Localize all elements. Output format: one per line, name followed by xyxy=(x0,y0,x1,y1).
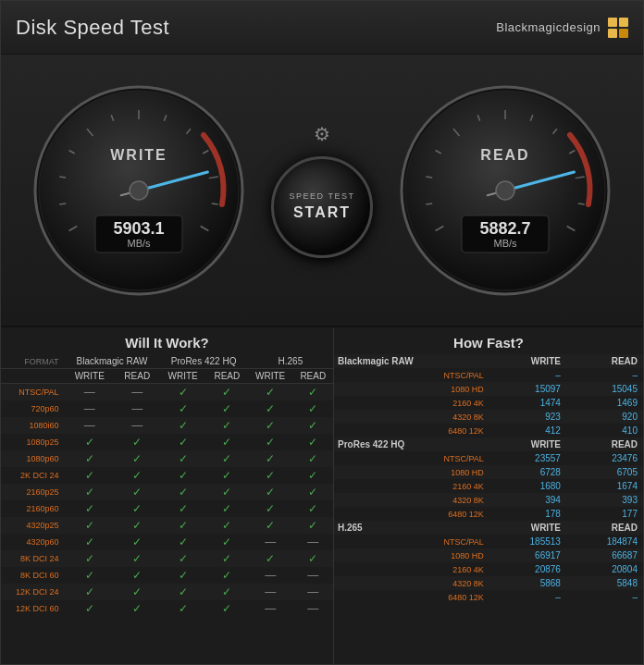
hf-format-label: 4320 8K xyxy=(334,493,489,507)
hf-format-label: 2160 4K xyxy=(334,396,489,410)
hf-data-row: 1080 HD1509715045 xyxy=(334,382,643,396)
wiw-h265-read: — xyxy=(293,584,333,600)
wiw-braw-read: ✓ xyxy=(115,567,159,584)
gauge-section: WRITE 5903.1 MB/s ⚙ SPEED TEST START xyxy=(1,55,643,327)
check-icon: ✓ xyxy=(222,386,231,399)
wiw-prores-write: ✓ xyxy=(159,600,205,617)
svg-point-17 xyxy=(130,181,148,200)
check-icon: ✓ xyxy=(179,486,188,499)
wiw-prores-read: ✓ xyxy=(206,584,248,600)
start-button-container: ⚙ SPEED TEST START xyxy=(271,123,373,258)
wiw-braw-write: ✓ xyxy=(65,434,115,450)
braw-read-header: READ xyxy=(115,369,159,384)
wiw-format-cell: 2160p60 xyxy=(1,500,65,517)
wiw-format-cell: 12K DCI 60 xyxy=(1,600,65,617)
wiw-row: 1080i60——✓✓✓✓ xyxy=(1,417,333,434)
hf-data-row: NTSC/PAL–– xyxy=(334,368,643,382)
hf-read-value: 393 xyxy=(566,493,643,507)
wiw-prores-read: ✓ xyxy=(206,484,248,500)
hf-write-header: WRITE xyxy=(489,521,566,535)
svg-point-39 xyxy=(496,181,514,200)
wiw-h265-write: ✓ xyxy=(248,384,293,401)
wiw-h265-write: ✓ xyxy=(248,484,293,500)
start-button[interactable]: SPEED TEST START xyxy=(271,156,373,258)
hf-write-value: 1474 xyxy=(489,396,566,410)
check-icon: ✓ xyxy=(266,469,275,482)
hf-read-header: READ xyxy=(566,521,643,535)
hf-group-name: Blackmagic RAW xyxy=(334,354,489,368)
wiw-h265-write: — xyxy=(248,584,293,600)
check-icon: ✓ xyxy=(222,602,231,615)
wiw-format-cell: 720p60 xyxy=(1,400,65,417)
check-icon: ✓ xyxy=(85,569,94,582)
hf-format-label: 1080 HD xyxy=(334,382,489,396)
hf-data-row: NTSC/PAL185513184874 xyxy=(334,535,643,548)
check-icon: ✓ xyxy=(132,452,142,465)
wiw-prores-write: ✓ xyxy=(159,384,205,401)
read-gauge: READ 5882.7 MB/s xyxy=(399,84,612,297)
check-icon: ✓ xyxy=(85,502,94,515)
wiw-row: 720p60——✓✓✓✓ xyxy=(1,400,333,417)
wiw-braw-read: — xyxy=(115,417,159,434)
wiw-braw-write: ✓ xyxy=(65,467,115,484)
h265-write-header: WRITE xyxy=(248,369,293,384)
hf-read-value: 920 xyxy=(566,410,643,424)
wiw-braw-read: — xyxy=(115,384,159,401)
write-gauge: WRITE 5903.1 MB/s xyxy=(32,84,245,297)
wiw-h265-write: ✓ xyxy=(248,450,293,467)
check-icon: ✓ xyxy=(85,552,94,565)
hf-read-value: – xyxy=(566,368,643,382)
data-section: Will It Work? FORMAT Blackmagic RAW ProR… xyxy=(1,327,643,664)
hf-format-label: 6480 12K xyxy=(334,590,489,604)
hf-write-value: 15097 xyxy=(489,382,566,396)
check-icon: ✓ xyxy=(222,419,231,432)
wiw-prores-write: ✓ xyxy=(159,550,205,567)
check-icon: ✓ xyxy=(222,552,231,565)
hf-format-label: NTSC/PAL xyxy=(334,451,489,465)
check-icon: ✓ xyxy=(222,402,231,415)
wiw-row: NTSC/PAL——✓✓✓✓ xyxy=(1,384,333,401)
check-icon: ✓ xyxy=(266,519,275,532)
wiw-row: 12K DCI 60✓✓✓✓—— xyxy=(1,600,333,617)
wiw-h265-read: ✓ xyxy=(293,500,333,517)
wiw-braw-read: ✓ xyxy=(115,484,159,500)
check-icon: ✓ xyxy=(308,502,317,515)
hf-read-header: READ xyxy=(566,437,643,451)
hf-format-label: 6480 12K xyxy=(334,424,489,437)
prores-write-header: WRITE xyxy=(159,369,205,384)
hf-data-row: 6480 12K178177 xyxy=(334,507,643,521)
wiw-prores-write: ✓ xyxy=(159,484,205,500)
hf-read-header: READ xyxy=(566,354,643,368)
speed-test-label: SPEED TEST xyxy=(290,191,355,203)
check-icon: ✓ xyxy=(179,569,188,582)
brand-square-3 xyxy=(608,29,617,38)
hf-read-value: 20804 xyxy=(566,562,643,576)
check-icon: ✓ xyxy=(179,436,188,449)
dash-icon: — xyxy=(131,419,142,432)
wiw-braw-read: ✓ xyxy=(115,500,159,517)
check-icon: ✓ xyxy=(132,552,142,565)
format-header: FORMAT xyxy=(1,354,65,369)
wiw-prores-write: ✓ xyxy=(159,467,205,484)
hf-read-value: 23476 xyxy=(566,451,643,465)
gear-icon[interactable]: ⚙ xyxy=(314,123,330,145)
wiw-braw-write: ✓ xyxy=(65,534,115,550)
wiw-format-cell: 8K DCI 60 xyxy=(1,567,65,584)
wiw-format-cell: 1080p60 xyxy=(1,450,65,467)
wiw-prores-write: ✓ xyxy=(159,400,205,417)
hf-read-value: 15045 xyxy=(566,382,643,396)
dash-icon: — xyxy=(84,402,95,415)
hf-format-label: NTSC/PAL xyxy=(334,368,489,382)
check-icon: ✓ xyxy=(179,602,188,615)
hf-read-value: 5848 xyxy=(566,576,643,590)
check-icon: ✓ xyxy=(85,519,94,532)
check-icon: ✓ xyxy=(85,469,94,482)
hf-read-value: 177 xyxy=(566,507,643,521)
wiw-braw-read: ✓ xyxy=(115,584,159,600)
hf-format-label: 2160 4K xyxy=(334,479,489,493)
hf-data-row: 6480 12K–– xyxy=(334,590,643,604)
brand-logo: Blackmagicdesign xyxy=(496,18,628,38)
check-icon: ✓ xyxy=(132,486,142,499)
how-fast-table: Blackmagic RAWWRITEREADNTSC/PAL––1080 HD… xyxy=(334,354,643,604)
wiw-prores-read: ✓ xyxy=(206,417,248,434)
